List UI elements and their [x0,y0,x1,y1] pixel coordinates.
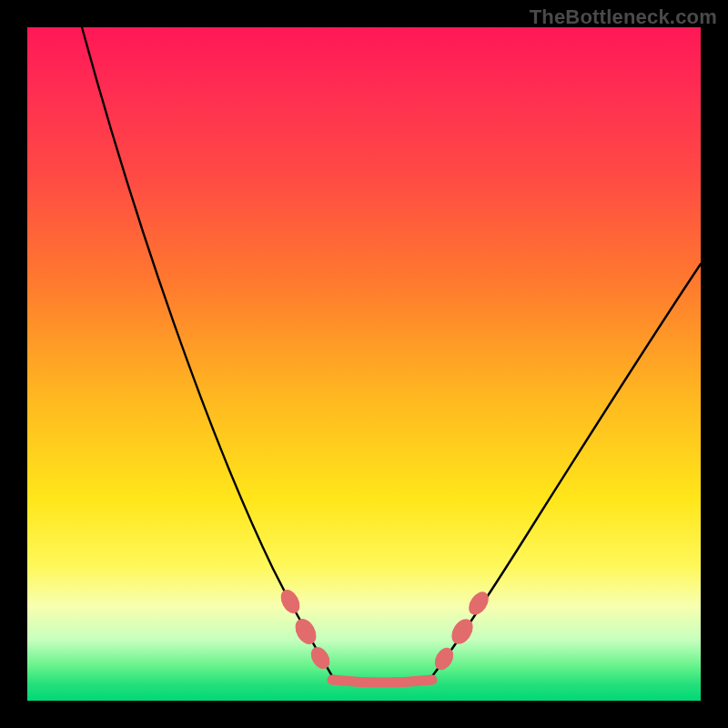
bottleneck-curve-svg [27,27,701,701]
marker-lobe [465,588,493,618]
chart-frame: TheBottleneck.com [0,0,728,728]
marker-lobe [307,643,333,672]
marker-lobe [291,615,320,648]
source-watermark: TheBottleneck.com [530,5,717,29]
marker-lobe [277,586,303,616]
plot-area [27,27,701,701]
curve-left-arm [82,27,332,676]
optimal-range-marker [332,680,432,682]
